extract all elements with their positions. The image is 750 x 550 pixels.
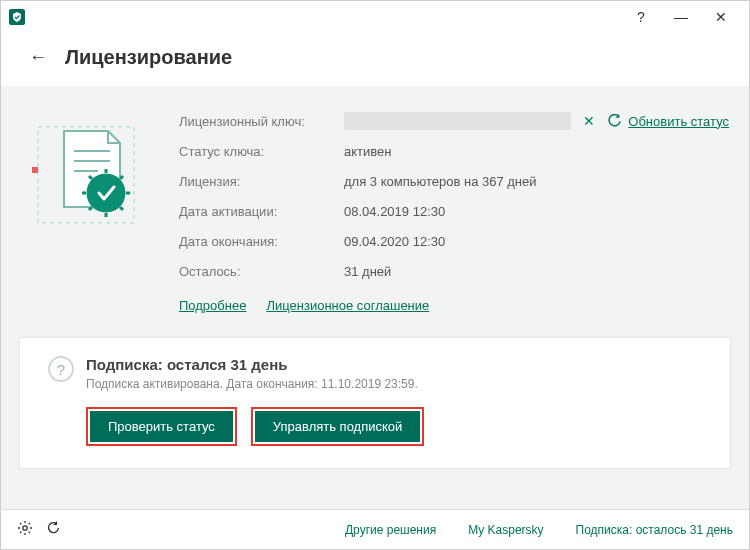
key-status-label: Статус ключа:	[179, 144, 344, 159]
svg-line-11	[120, 176, 123, 179]
update-status-link[interactable]: Обновить статус	[607, 114, 729, 129]
close-window-button[interactable]: ✕	[701, 1, 741, 33]
update-status-text: Обновить статус	[628, 114, 729, 129]
my-kaspersky-link[interactable]: My Kaspersky	[468, 523, 543, 537]
license-type-label: Лицензия:	[179, 174, 344, 189]
svg-line-13	[120, 207, 123, 210]
check-status-button[interactable]: Проверить статус	[90, 411, 233, 442]
remove-key-button[interactable]: ✕	[583, 113, 595, 129]
question-icon: ?	[48, 356, 74, 382]
svg-rect-14	[32, 167, 38, 173]
back-button[interactable]: ←	[25, 43, 51, 72]
remaining-label: Осталось:	[179, 264, 344, 279]
activation-date-label: Дата активации:	[179, 204, 344, 219]
expiry-date-label: Дата окончания:	[179, 234, 344, 249]
subscription-desc: Подписка активирована. Дата окончания: 1…	[86, 377, 418, 391]
footer-subscription-status[interactable]: Подписка: осталось 31 день	[576, 523, 733, 537]
minimize-button[interactable]: —	[661, 1, 701, 33]
highlight-frame: Проверить статус	[86, 407, 237, 446]
svg-line-10	[89, 176, 92, 179]
key-status-value: активен	[344, 144, 391, 159]
sync-button[interactable]	[45, 520, 61, 539]
license-key-value	[344, 112, 571, 130]
license-type-value: для 3 компьютеров на 367 дней	[344, 174, 537, 189]
help-button[interactable]: ?	[621, 1, 661, 33]
details-link[interactable]: Подробнее	[179, 298, 246, 313]
subscription-panel: ? Подписка: остался 31 день Подписка акт…	[19, 337, 731, 469]
license-key-label: Лицензионный ключ:	[179, 114, 344, 129]
refresh-icon	[607, 114, 622, 129]
highlight-frame: Управлять подпиской	[251, 407, 424, 446]
other-solutions-link[interactable]: Другие решения	[345, 523, 436, 537]
remaining-value: 31 дней	[344, 264, 391, 279]
license-document-icon	[21, 106, 151, 236]
license-agreement-link[interactable]: Лицензионное соглашение	[266, 298, 429, 313]
svg-line-12	[89, 207, 92, 210]
expiry-date-value: 09.04.2020 12:30	[344, 234, 445, 249]
svg-point-15	[23, 526, 27, 530]
manage-subscription-button[interactable]: Управлять подпиской	[255, 411, 420, 442]
settings-button[interactable]	[17, 520, 33, 539]
subscription-title: Подписка: остался 31 день	[86, 356, 418, 373]
activation-date-value: 08.04.2019 12:30	[344, 204, 445, 219]
app-logo-icon	[9, 9, 25, 25]
page-title: Лицензирование	[65, 46, 232, 69]
